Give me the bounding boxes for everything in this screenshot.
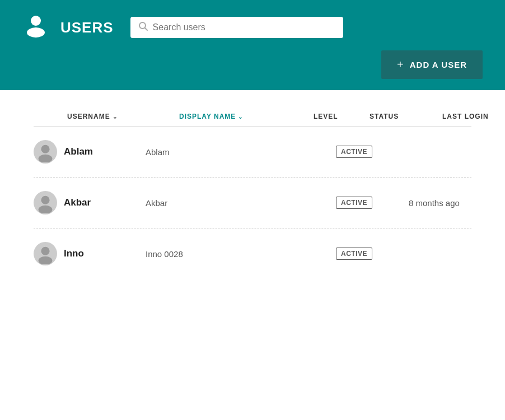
header-bottom-row: + ADD A USER (22, 50, 483, 79)
svg-point-4 (41, 145, 49, 153)
page-header: USERS + ADD A USER (0, 0, 505, 90)
search-box (130, 17, 343, 38)
svg-point-5 (39, 155, 53, 162)
user-name-cell: Inno (34, 242, 146, 265)
user-name-cell: Ablam (34, 140, 146, 164)
svg-point-6 (41, 196, 49, 204)
users-table-area: USERNAME ⌄ DISPLAY NAME ⌄ LEVEL STATUS L… (0, 90, 505, 290)
display-name-text: Inno 0028 (146, 249, 280, 259)
status-badge: ACTIVE (336, 197, 372, 209)
avatar (34, 242, 57, 265)
svg-line-3 (144, 28, 147, 31)
table-header-row: USERNAME ⌄ DISPLAY NAME ⌄ LEVEL STATUS L… (34, 107, 471, 127)
header-top-row: USERS (22, 11, 483, 44)
col-header-status: STATUS (370, 113, 442, 120)
svg-point-1 (27, 27, 45, 38)
col-header-username[interactable]: USERNAME ⌄ (67, 113, 179, 120)
users-icon (22, 11, 49, 44)
chevron-down-icon: ⌄ (113, 114, 118, 120)
status-cell: ACTIVE (336, 146, 409, 158)
username-text: Ablam (64, 146, 93, 157)
status-cell: ACTIVE (336, 197, 409, 209)
status-badge: ACTIVE (336, 248, 372, 260)
display-name-text: Ablam (146, 147, 280, 157)
col-header-displayname[interactable]: DISPLAY NAME ⌄ (179, 113, 314, 120)
plus-icon: + (397, 58, 404, 71)
status-badge: ACTIVE (336, 146, 372, 158)
add-user-label: ADD A USER (410, 60, 467, 69)
status-cell: ACTIVE (336, 248, 409, 260)
svg-point-0 (31, 16, 41, 26)
user-name-cell: Akbar (34, 191, 146, 214)
search-icon (138, 21, 148, 34)
chevron-down-icon: ⌄ (238, 114, 243, 120)
search-input[interactable] (153, 22, 335, 32)
avatar (34, 140, 57, 164)
last-login-text: 8 months ago (409, 197, 498, 209)
table-row[interactable]: Inno Inno 0028 ACTIVE (34, 228, 471, 279)
svg-point-9 (39, 256, 53, 264)
table-row[interactable]: Akbar Akbar ACTIVE 8 months ago (34, 178, 471, 228)
svg-point-8 (41, 247, 49, 255)
username-text: Akbar (64, 197, 91, 208)
col-header-lastlogin: LAST LOGIN (442, 113, 505, 120)
col-header-level: LEVEL (314, 113, 370, 120)
table-row[interactable]: Ablam Ablam ACTIVE (34, 127, 471, 178)
display-name-text: Akbar (146, 198, 280, 208)
page-title: USERS (60, 19, 114, 36)
avatar (34, 191, 57, 214)
add-user-button[interactable]: + ADD A USER (381, 50, 483, 79)
username-text: Inno (64, 248, 84, 259)
svg-point-7 (39, 206, 53, 213)
